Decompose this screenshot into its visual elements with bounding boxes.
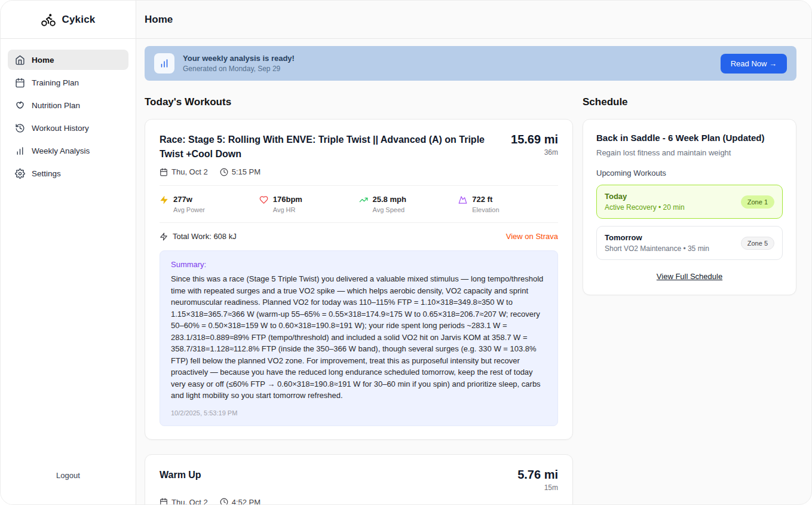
workouts-heading: Today's Workouts xyxy=(145,96,573,108)
workout-duration: 36m xyxy=(511,148,558,157)
app-logo: Cykick xyxy=(1,1,136,39)
schedule-item-description: Short VO2 Maintenance • 35 min xyxy=(605,244,709,253)
calendar-icon xyxy=(160,168,168,176)
stat-avg-power: 277wAvg Power xyxy=(160,195,259,213)
banner-subtitle: Generated on Monday, Sep 29 xyxy=(183,65,295,73)
workout-distance: 5.76 mi xyxy=(517,468,558,482)
schedule-item-day: Today xyxy=(605,192,685,201)
workout-time: 5:15 PM xyxy=(220,167,261,176)
read-now-button[interactable]: Read Now → xyxy=(721,54,787,74)
upcoming-workouts-label: Upcoming Workouts xyxy=(596,169,783,177)
total-work: Total Work: 608 kJ xyxy=(173,232,237,241)
divider xyxy=(160,222,558,223)
workout-duration: 15m xyxy=(517,483,558,492)
sidebar-item-workout-history[interactable]: Workout History xyxy=(8,118,128,138)
workout-date: Thu, Oct 2 xyxy=(160,498,208,505)
mountain-icon xyxy=(458,195,467,204)
zone-badge: Zone 5 xyxy=(741,237,774,250)
summary-text: Since this was a race (Stage 5 Triple Tw… xyxy=(171,273,547,402)
sidebar-nav: Home Training Plan Nutrition Plan Workou… xyxy=(1,39,136,194)
workout-card: Warm Up 5.76 mi 15m Thu, Oct 2 xyxy=(145,454,573,505)
bike-logo-icon xyxy=(41,12,56,27)
bar-chart-icon xyxy=(15,146,25,156)
todays-workouts-section: Today's Workouts Race: Stage 5: Rolling … xyxy=(145,96,573,504)
schedule-heading: Schedule xyxy=(583,96,796,108)
plan-subtitle: Regain lost fitness and maintain weight xyxy=(596,148,783,157)
trending-up-icon xyxy=(359,195,368,204)
schedule-item-tomorrow[interactable]: Tomorrow Short VO2 Maintenance • 35 min … xyxy=(596,226,783,260)
schedule-item-description: Active Recovery • 20 min xyxy=(605,203,685,212)
workout-title: Race: Stage 5: Rolling With ENVE: Triple… xyxy=(160,133,511,161)
zap-icon xyxy=(160,232,168,241)
sidebar-item-nutrition-plan[interactable]: Nutrition Plan xyxy=(8,95,128,115)
schedule-item-day: Tomorrow xyxy=(605,233,709,242)
view-full-schedule-link[interactable]: View Full Schedule xyxy=(657,272,722,281)
app-window: Cykick Home Training Plan Nutrition Plan… xyxy=(0,0,812,505)
home-icon xyxy=(15,55,25,65)
plan-title: Back in Saddle - 6 Week Plan (Updated) xyxy=(596,133,783,143)
analysis-chart-icon xyxy=(154,53,174,74)
plan-card: Back in Saddle - 6 Week Plan (Updated) R… xyxy=(583,119,796,295)
workout-card: Race: Stage 5: Rolling With ENVE: Triple… xyxy=(145,119,573,440)
gear-icon xyxy=(15,169,25,179)
calendar-icon xyxy=(15,78,25,88)
sidebar-item-label: Nutrition Plan xyxy=(32,101,80,110)
banner-title: Your weekly analysis is ready! xyxy=(183,54,295,63)
zone-badge: Zone 1 xyxy=(741,195,774,209)
main-body: Your weekly analysis is ready! Generated… xyxy=(136,39,811,504)
sidebar-item-home[interactable]: Home xyxy=(8,50,128,70)
sidebar: Cykick Home Training Plan Nutrition Plan… xyxy=(1,1,136,504)
app-logo-text: Cykick xyxy=(62,14,95,26)
nutrition-icon xyxy=(15,100,25,111)
stat-avg-speed: 25.8 mphAvg Speed xyxy=(359,195,459,213)
weekly-analysis-banner: Your weekly analysis is ready! Generated… xyxy=(145,46,796,81)
sidebar-item-settings[interactable]: Settings xyxy=(8,163,128,183)
schedule-item-today[interactable]: Today Active Recovery • 20 min Zone 1 xyxy=(596,185,783,219)
sidebar-item-label: Training Plan xyxy=(32,78,79,87)
page-title: Home xyxy=(145,14,173,26)
workout-summary: Summary: Since this was a race (Stage 5 … xyxy=(160,250,558,426)
clock-icon xyxy=(220,498,228,504)
workout-distance: 15.69 mi xyxy=(511,133,558,146)
sidebar-item-label: Weekly Analysis xyxy=(32,146,90,155)
heart-icon xyxy=(259,195,268,204)
clock-icon xyxy=(220,168,228,176)
sidebar-item-weekly-analysis[interactable]: Weekly Analysis xyxy=(8,140,128,161)
sidebar-item-label: Workout History xyxy=(32,124,89,133)
view-on-strava-link[interactable]: View on Strava xyxy=(506,232,558,241)
summary-label: Summary: xyxy=(171,260,547,269)
workout-date: Thu, Oct 2 xyxy=(160,167,208,176)
stat-avg-hr: 176bpmAvg HR xyxy=(259,195,359,213)
workout-time: 4:52 PM xyxy=(220,498,261,505)
divider xyxy=(160,185,558,186)
sidebar-item-training-plan[interactable]: Training Plan xyxy=(8,72,128,93)
logout-button[interactable]: Logout xyxy=(53,470,84,480)
stat-elevation: 722 ftElevation xyxy=(458,195,558,213)
sidebar-item-label: Home xyxy=(32,56,54,65)
sidebar-item-label: Settings xyxy=(32,169,61,178)
page-header: Home xyxy=(136,1,811,39)
lightning-icon xyxy=(160,195,168,204)
main-area: Home Your weekly analysis is ready! Gene… xyxy=(136,1,811,504)
history-icon xyxy=(15,123,25,133)
calendar-icon xyxy=(160,498,168,504)
summary-timestamp: 10/2/2025, 5:53:19 PM xyxy=(171,409,547,417)
schedule-section: Schedule Back in Saddle - 6 Week Plan (U… xyxy=(583,96,796,295)
workout-title: Warm Up xyxy=(160,468,517,482)
